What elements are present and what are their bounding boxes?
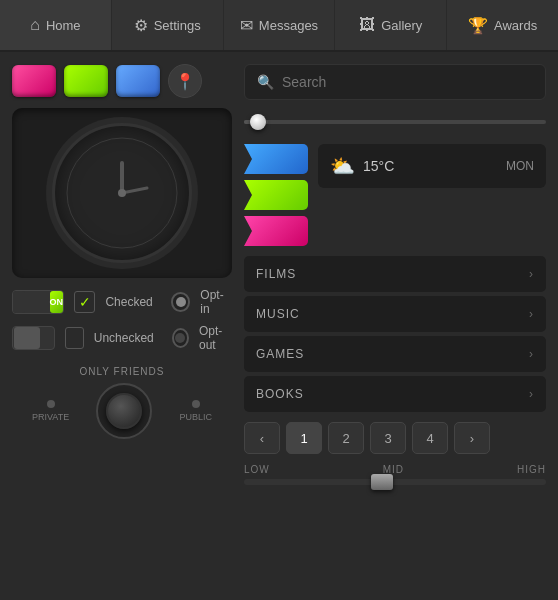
- pin-icon: 📍: [175, 72, 195, 91]
- nav-messages[interactable]: ✉ Messages: [224, 0, 336, 50]
- menu-books[interactable]: BOOKS ›: [244, 376, 546, 412]
- messages-icon: ✉: [240, 16, 253, 35]
- tag-green[interactable]: [244, 180, 308, 210]
- page-next[interactable]: ›: [454, 422, 490, 454]
- clock-face: [52, 123, 192, 263]
- menu-films[interactable]: FILMS ›: [244, 256, 546, 292]
- page-3[interactable]: 3: [370, 422, 406, 454]
- search-bar[interactable]: 🔍: [244, 64, 546, 100]
- swatches-row: 📍: [12, 64, 232, 98]
- gallery-icon: 🖼: [359, 16, 375, 34]
- search-icon: 🔍: [257, 74, 274, 90]
- menu-films-label: FILMS: [256, 267, 296, 281]
- label-low: LOW: [244, 464, 270, 475]
- page-1[interactable]: 1: [286, 422, 322, 454]
- right-column: 🔍 ⛅ 15°C MON: [244, 64, 546, 588]
- nav-awards-label: Awards: [494, 18, 537, 33]
- arrow-icon: ›: [529, 347, 534, 361]
- weather-icon: ⛅: [330, 154, 355, 178]
- menu-list: FILMS › MUSIC › GAMES › BOOKS ›: [244, 256, 546, 412]
- check-icon: ✓: [79, 294, 91, 310]
- page-2[interactable]: 2: [328, 422, 364, 454]
- knob-area: ONLY FRIENDS PRIVATE PUBLIC: [12, 366, 232, 441]
- knob-dot-left: [47, 400, 55, 408]
- search-input[interactable]: [282, 74, 533, 90]
- nav-home[interactable]: ⌂ Home: [0, 0, 112, 50]
- tags-weather-row: ⛅ 15°C MON: [244, 144, 546, 246]
- page-4[interactable]: 4: [412, 422, 448, 454]
- nav-gallery[interactable]: 🖼 Gallery: [335, 0, 447, 50]
- top-slider[interactable]: [244, 110, 546, 134]
- checked-label: Checked: [105, 295, 152, 309]
- bottom-slider-thumb[interactable]: [371, 474, 393, 490]
- pagination: ‹ 1 2 3 4 ›: [244, 422, 546, 454]
- nav-settings-label: Settings: [154, 18, 201, 33]
- menu-games-label: GAMES: [256, 347, 304, 361]
- toggle-on-knob: ON: [50, 291, 64, 313]
- swatch-green[interactable]: [64, 65, 108, 97]
- tag-blue[interactable]: [244, 144, 308, 174]
- menu-games[interactable]: GAMES ›: [244, 336, 546, 372]
- weather-temp: 15°C: [363, 158, 394, 174]
- weather-left: ⛅ 15°C: [330, 154, 394, 178]
- radio-dot-filled: [176, 297, 186, 307]
- bottom-slider-track[interactable]: [244, 479, 546, 485]
- slider-labels: LOW MID HIGH: [244, 464, 546, 475]
- nav-settings[interactable]: ⚙ Settings: [112, 0, 224, 50]
- arrow-icon: ›: [529, 387, 534, 401]
- home-icon: ⌂: [30, 16, 40, 34]
- swatch-blue[interactable]: [116, 65, 160, 97]
- swatch-pink[interactable]: [12, 65, 56, 97]
- knob-right-label: PUBLIC: [179, 412, 212, 422]
- bottom-slider-area: LOW MID HIGH: [244, 464, 546, 485]
- nav-gallery-label: Gallery: [381, 18, 422, 33]
- arrow-icon: ›: [529, 307, 534, 321]
- toggle-on[interactable]: ON: [12, 290, 64, 314]
- toggle-off[interactable]: [12, 326, 55, 350]
- nav-messages-label: Messages: [259, 18, 318, 33]
- navbar: ⌂ Home ⚙ Settings ✉ Messages 🖼 Gallery 🏆…: [0, 0, 558, 52]
- slider-track: [244, 120, 546, 124]
- left-column: 📍: [12, 64, 232, 588]
- clock-widget: [12, 108, 232, 278]
- opt-out-label: Opt-out: [199, 324, 232, 352]
- toggle-off-knob: [14, 327, 40, 349]
- awards-icon: 🏆: [468, 16, 488, 35]
- toggle-off-row: Unchecked Opt-out: [12, 324, 232, 352]
- unchecked-label: Unchecked: [94, 331, 154, 345]
- radio-dot: [175, 333, 185, 343]
- menu-music-label: MUSIC: [256, 307, 300, 321]
- knob-top-label: ONLY FRIENDS: [80, 366, 165, 377]
- radio-opt-in[interactable]: [171, 292, 191, 312]
- clock-svg: [62, 133, 182, 253]
- knob[interactable]: [94, 381, 154, 441]
- radio-opt-out[interactable]: [172, 328, 189, 348]
- main-content: 📍: [0, 52, 558, 600]
- menu-books-label: BOOKS: [256, 387, 304, 401]
- checkbox-unchecked[interactable]: [65, 327, 84, 349]
- tags-column: [244, 144, 308, 246]
- weather-day: MON: [506, 159, 534, 173]
- tag-pink[interactable]: [244, 216, 308, 246]
- label-high: HIGH: [517, 464, 546, 475]
- nav-home-label: Home: [46, 18, 81, 33]
- knob-bg: [96, 383, 152, 439]
- settings-icon: ⚙: [134, 16, 148, 35]
- opt-in-label: Opt-in: [200, 288, 232, 316]
- controls-row: ON ✓ Checked Opt-in Unchecked: [12, 288, 232, 352]
- nav-awards[interactable]: 🏆 Awards: [447, 0, 558, 50]
- knob-dot-right: [192, 400, 200, 408]
- page-prev[interactable]: ‹: [244, 422, 280, 454]
- svg-point-3: [118, 189, 126, 197]
- arrow-icon: ›: [529, 267, 534, 281]
- pin-button[interactable]: 📍: [168, 64, 202, 98]
- checkbox-checked[interactable]: ✓: [74, 291, 95, 313]
- knob-left-label: PRIVATE: [32, 412, 69, 422]
- knob-inner: [106, 393, 142, 429]
- menu-music[interactable]: MUSIC ›: [244, 296, 546, 332]
- weather-box: ⛅ 15°C MON: [318, 144, 546, 188]
- slider-thumb[interactable]: [250, 114, 266, 130]
- toggle-on-row: ON ✓ Checked Opt-in: [12, 288, 232, 316]
- knob-row: PRIVATE PUBLIC: [32, 381, 212, 441]
